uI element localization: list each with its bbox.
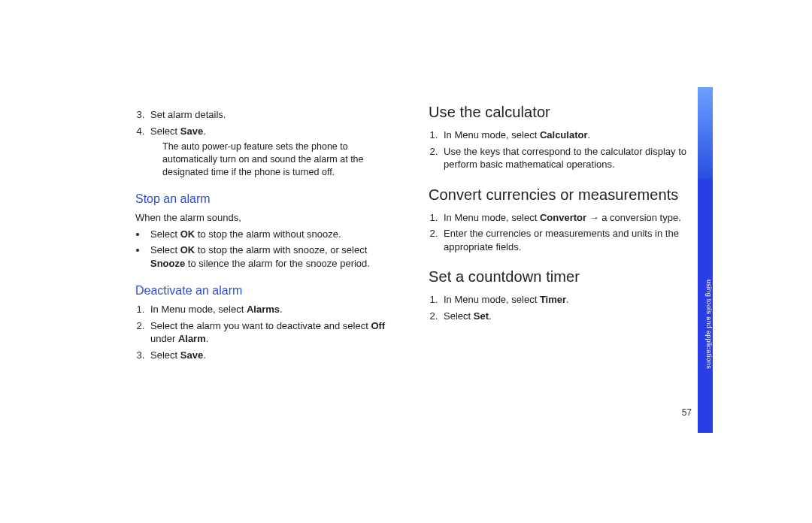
ordered-list-set-alarm: Set alarm details. Select Save.	[135, 108, 398, 138]
bold-text: Save	[180, 349, 203, 361]
text: .	[206, 333, 209, 344]
text: Select	[150, 228, 180, 240]
text: .	[489, 310, 492, 322]
bold-text: Timer	[540, 294, 566, 305]
list-item: Select Save.	[147, 349, 398, 362]
list-item: In Menu mode, select Timer.	[441, 293, 692, 307]
arrow-icon: →	[586, 212, 601, 223]
text: to silence the alarm for the snooze peri…	[185, 258, 370, 269]
note-text: The auto power-up feature sets the phone…	[162, 141, 398, 179]
manual-page: using tools and applications Set alarm d…	[0, 0, 812, 523]
text: In Menu mode, select	[444, 294, 540, 305]
bold-text: Convertor	[540, 212, 586, 223]
text: .	[280, 304, 283, 315]
heading-convert: Convert currencies or measurements	[429, 185, 692, 205]
text: Select	[444, 310, 474, 322]
heading-stop-alarm: Stop an alarm	[135, 191, 398, 207]
list-item: Select Save.	[147, 125, 398, 138]
heading-deactivate-alarm: Deactivate an alarm	[135, 283, 398, 299]
text: In Menu mode, select	[150, 304, 247, 315]
bold-text: Alarms	[247, 304, 280, 315]
ordered-list-deactivate: In Menu mode, select Alarms. Select the …	[135, 303, 398, 361]
list-item: Select OK to stop the alarm with snooze,…	[147, 243, 398, 270]
text: In Menu mode, select	[444, 212, 540, 223]
heading-use-calculator: Use the calculator	[429, 102, 692, 122]
text: to stop the alarm without snooze.	[195, 228, 341, 240]
text: under	[150, 333, 178, 344]
text: Select the alarm you want to deactivate …	[150, 320, 371, 331]
bold-text: Save	[180, 125, 203, 137]
text: to stop the alarm with snooze, or select	[195, 244, 367, 255]
bold-text: Off	[371, 320, 385, 331]
text: Select	[150, 244, 180, 255]
list-item: Enter the currencies or measurements and…	[441, 227, 692, 253]
list-item: Set alarm details.	[147, 108, 398, 122]
text: a conversion type.	[601, 212, 681, 223]
heading-countdown: Set a countdown timer	[429, 267, 692, 287]
bold-text: OK	[180, 244, 195, 255]
list-item: Select OK to stop the alarm without snoo…	[147, 228, 398, 241]
bold-text: Set	[474, 310, 489, 322]
side-tab-container: using tools and applications	[698, 87, 713, 433]
bold-text: Calculator	[540, 129, 588, 141]
text: Select	[150, 125, 180, 137]
side-tab-gradient	[698, 87, 713, 179]
text: .	[203, 125, 206, 137]
list-item: Select the alarm you want to deactivate …	[147, 319, 398, 346]
content-columns: Set alarm details. Select Save. The auto…	[135, 105, 692, 364]
list-item: Select Set.	[441, 310, 692, 323]
list-item: In Menu mode, select Calculator.	[441, 128, 692, 142]
bold-text: OK	[180, 228, 195, 240]
left-column: Set alarm details. Select Save. The auto…	[135, 105, 398, 364]
text: .	[587, 129, 590, 141]
bold-text: Alarm	[178, 333, 206, 344]
right-column: Use the calculator In Menu mode, select …	[429, 105, 692, 364]
ordered-list-convert: In Menu mode, select Convertor → a conve…	[429, 211, 692, 254]
paragraph: When the alarm sounds,	[135, 211, 398, 225]
text: Enter the currencies or measurements and…	[444, 228, 679, 252]
text: Set alarm details.	[150, 109, 226, 120]
list-item: Use the keys that correspond to the calc…	[441, 145, 692, 171]
text: In Menu mode, select	[444, 129, 540, 141]
text: Select	[150, 349, 180, 361]
page-number: 57	[682, 407, 692, 418]
side-tab-label: using tools and applications	[698, 179, 713, 433]
bullet-list-stop-alarm: Select OK to stop the alarm without snoo…	[135, 228, 398, 271]
text: Use the keys that correspond to the calc…	[444, 146, 686, 171]
ordered-list-calculator: In Menu mode, select Calculator. Use the…	[429, 128, 692, 171]
list-item: In Menu mode, select Convertor → a conve…	[441, 211, 692, 225]
text: .	[566, 294, 569, 305]
ordered-list-countdown: In Menu mode, select Timer. Select Set.	[429, 293, 692, 322]
list-item: In Menu mode, select Alarms.	[147, 303, 398, 316]
bold-text: Snooze	[150, 258, 185, 269]
text: .	[203, 349, 206, 361]
